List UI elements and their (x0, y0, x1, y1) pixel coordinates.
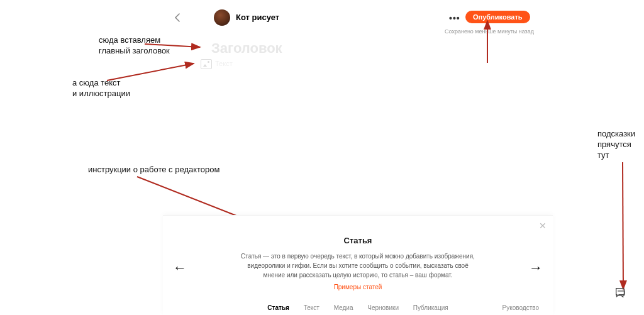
tip-title: Статья (163, 236, 553, 245)
annotation-title-hint: сюда вставляем главный заголовок (99, 35, 170, 57)
tip-tab-article[interactable]: Статья (267, 304, 289, 311)
insert-image-icon[interactable] (201, 59, 212, 69)
publish-button[interactable]: Опубликовать (465, 11, 530, 23)
tip-examples-link[interactable]: Примеры статей (163, 284, 553, 290)
save-status: Сохранено меньше минуты назад (445, 28, 534, 35)
tip-panel: ✕ ← → Статья Статья — это в первую очере… (163, 215, 553, 315)
back-button[interactable] (172, 12, 183, 23)
channel-name[interactable]: Кот рисует (236, 13, 279, 22)
annotation-tips: подсказки прячутся тут (597, 129, 635, 161)
body-input[interactable]: Текст (215, 60, 233, 67)
tip-tab-media[interactable]: Медиа (334, 304, 353, 311)
tip-tabs: Статья Текст Медиа Черновики Публикация (163, 304, 553, 311)
channel-avatar[interactable] (214, 9, 230, 26)
tip-prev-button[interactable]: ← (173, 260, 187, 276)
more-menu-button[interactable]: ••• (449, 13, 460, 23)
close-icon[interactable]: ✕ (539, 221, 547, 231)
annotation-body-hint: а сюда текст и иллюстрации (72, 78, 130, 99)
tip-guide-link[interactable]: Руководство (502, 304, 539, 311)
tip-tab-text[interactable]: Текст (304, 304, 319, 311)
tip-description: Статья — это в первую очередь текст, в к… (238, 251, 477, 280)
tip-tab-drafts[interactable]: Черновики (367, 304, 399, 311)
tip-next-button[interactable]: → (529, 260, 543, 276)
svg-line-4 (623, 162, 623, 289)
title-input[interactable]: Заголовок (211, 40, 282, 57)
tip-tab-publication[interactable]: Публикация (413, 304, 448, 311)
help-chat-icon[interactable] (614, 286, 628, 300)
annotation-instructions: инструкции о работе с редактором (88, 165, 219, 175)
